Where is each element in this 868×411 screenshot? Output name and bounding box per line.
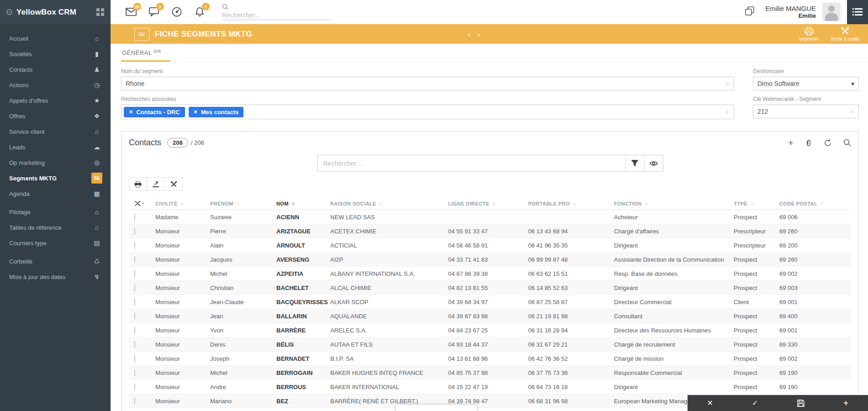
row-checkbox[interactable] (134, 242, 135, 249)
cell-code-postal: 69 330 (779, 341, 832, 348)
contacts-search-input[interactable] (318, 155, 625, 171)
save-icon[interactable] (797, 400, 804, 407)
sidebar-item[interactable]: Actions ◷ (0, 77, 111, 93)
table-row[interactable]: Monsieur Pierre ARIZTAGUE ACETEX CHIMIE … (129, 224, 851, 238)
next-record-icon[interactable]: › (477, 30, 481, 39)
hamburger-menu-icon[interactable] (847, 0, 868, 24)
table-row[interactable]: Monsieur Michel AZPEITIA ALBANY INTERNAT… (129, 267, 851, 281)
add-icon[interactable]: + (843, 399, 849, 408)
home-icon: ⌂ (91, 208, 102, 216)
sidebar-item[interactable]: Corbeille ♺ (0, 253, 111, 269)
row-checkbox[interactable] (134, 384, 135, 390)
search-icon[interactable] (843, 139, 851, 147)
shuffle-sort-icon[interactable]: ▾ (129, 201, 155, 206)
avatar[interactable] (822, 3, 841, 21)
sidebar-item[interactable]: Agenda ▦ (0, 186, 111, 201)
column-header-civilite[interactable]: CIVILITÉ↑↓ (155, 201, 210, 206)
manager-select[interactable]: Dimo Software (753, 77, 859, 90)
sidebar-item[interactable]: Offres ❖ (0, 108, 111, 124)
add-contact-icon[interactable]: + (788, 138, 794, 148)
print-button[interactable]: Imprimer (799, 27, 819, 42)
row-checkbox[interactable] (134, 285, 135, 291)
cell-nom: BALLARIN (276, 313, 330, 320)
cell-raison-sociale: AQUALANDE (330, 313, 448, 320)
table-row[interactable]: Madame Suzieee ACIENN NEW LEAD SAS Achet… (129, 210, 851, 224)
apps-grid-icon[interactable] (96, 8, 104, 16)
row-checkbox[interactable] (134, 341, 135, 348)
row-checkbox[interactable] (134, 369, 135, 376)
cancel-icon[interactable]: ✕ (707, 400, 713, 407)
table-row[interactable]: Monsieur Michel BERROGAIN BAKER HUGHES I… (129, 366, 851, 380)
user-menu[interactable]: Emilie MANGUE Emilie (765, 5, 816, 19)
column-header-prenom[interactable]: PRÉNOM↑↓ (210, 201, 276, 206)
row-checkbox[interactable] (134, 313, 135, 320)
table-row[interactable]: Monsieur Denis BÉLIS AUTAA ET FILS 04 93… (129, 337, 851, 352)
sidebar-item[interactable]: Pilotage ⌂ (0, 204, 111, 220)
duplicate-icon[interactable] (745, 6, 754, 17)
table-row[interactable]: Monsieur Jean BALLARIN AQUALANDE 04 39 6… (129, 309, 851, 323)
segment-name-input[interactable] (121, 77, 734, 90)
refresh-icon[interactable] (824, 139, 832, 147)
column-header-portable-pro[interactable]: PORTABLE PRO↑↓ (528, 201, 614, 206)
cell-portable-pro: 06 31 67 29 21 (528, 341, 614, 348)
table-row[interactable]: Monsieur Yvon BARRÈRE ARELEC S.A. 04 84 … (129, 323, 851, 337)
webmecanik-key-input[interactable] (753, 105, 859, 118)
table-row[interactable]: Monsieur Andre BERROUS BAKER INTERNATION… (129, 380, 851, 394)
column-header-type[interactable]: TYPE↑↓ (734, 201, 779, 206)
filter-icon[interactable] (625, 155, 644, 171)
sidebar-item[interactable]: Accueil ⌂ (0, 31, 111, 46)
notifications-bell-icon[interactable]: 2 (193, 5, 206, 19)
row-checkbox[interactable] (134, 398, 135, 405)
clear-segment-name-icon[interactable]: ✕ (725, 80, 730, 87)
chat-icon[interactable]: 2 (147, 5, 161, 19)
column-header-fonction[interactable]: FONCTION↑↓ (614, 201, 734, 206)
sidebar-item[interactable]: Service client ⌂ (0, 124, 111, 139)
sidebar-item[interactable]: Mise à jour des dates ↯ (0, 269, 111, 285)
search-chip[interactable]: ✕ Contacts - DRC (124, 107, 185, 117)
row-checkbox[interactable] (134, 299, 135, 306)
sidebar-item[interactable]: Appels d'offres ★ (0, 93, 111, 108)
sidebar-item[interactable]: Segments MKTG SE (0, 170, 111, 186)
row-checkbox[interactable] (134, 214, 135, 221)
table-row[interactable]: Monsieur Jacques AVERSENG AI2P 04 33 71 … (129, 253, 851, 267)
toolbox-button[interactable]: Boîte à outils (831, 27, 860, 42)
global-search-input[interactable] (222, 11, 329, 20)
table-row[interactable]: Monsieur Jean-Claude BACQUEYRISSES ALKAR… (129, 295, 851, 309)
gauge-icon[interactable] (170, 5, 184, 19)
sidebar-item[interactable]: Courriers type ▤ (0, 235, 111, 251)
link-icon[interactable] (805, 139, 812, 147)
row-checkbox[interactable] (134, 256, 135, 263)
search-chip[interactable]: ✕ Mes contacts (189, 107, 244, 117)
sidebar-item[interactable]: Contacts ♟ (0, 62, 111, 77)
cell-civilite: Monsieur (155, 355, 210, 362)
settings-tools-icon[interactable] (164, 177, 183, 191)
tab-general[interactable]: GÉNÉRAL208 (121, 49, 170, 62)
row-checkbox[interactable] (134, 228, 135, 235)
print-list-icon[interactable] (129, 177, 147, 191)
table-row[interactable]: Monsieur Christian BACHELET ALCAL CHIMIE… (129, 281, 851, 295)
row-checkbox[interactable] (134, 327, 135, 334)
sidebar-item[interactable]: Leads ☁ (0, 139, 111, 155)
row-checkbox[interactable] (134, 270, 135, 277)
mail-icon[interactable]: 20 (124, 5, 138, 19)
row-checkbox[interactable] (134, 355, 135, 362)
sidebar-item[interactable]: Op marketing ◎ (0, 155, 111, 170)
export-icon[interactable] (147, 177, 165, 191)
column-header-code-postal[interactable]: CODE POSTAL↑↓ (779, 201, 832, 206)
prev-record-icon[interactable]: ‹ (468, 30, 471, 39)
list-toolbar (129, 177, 851, 191)
remove-chip-icon[interactable]: ✕ (194, 109, 198, 115)
eye-icon[interactable] (644, 155, 663, 171)
clear-key-icon[interactable]: ✕ (850, 108, 855, 115)
column-header-raison-sociale[interactable]: RAISON SOCIALE↑↓ (330, 201, 448, 206)
sidebar-item[interactable]: Tables de référence ⌂ (0, 220, 111, 235)
column-header-ligne-directe[interactable]: LIGNE DIRECTE↑↓ (448, 201, 528, 206)
table-row[interactable]: Monsieur Alain ARNOULT ACTICIAL 04 56 46… (129, 238, 851, 253)
clear-searches-icon[interactable]: ✕ (725, 109, 730, 116)
validate-icon[interactable]: ✓ (752, 400, 758, 407)
column-header-nom[interactable]: NOM↑↓ (276, 201, 330, 206)
remove-chip-icon[interactable]: ✕ (129, 109, 133, 115)
contacts-count-pill: 208 (167, 138, 188, 148)
table-row[interactable]: Monsieur Joseph BERNADET B.I.P. SA 04 13… (129, 352, 851, 366)
sidebar-item[interactable]: Sociétés ▮ (0, 46, 111, 62)
